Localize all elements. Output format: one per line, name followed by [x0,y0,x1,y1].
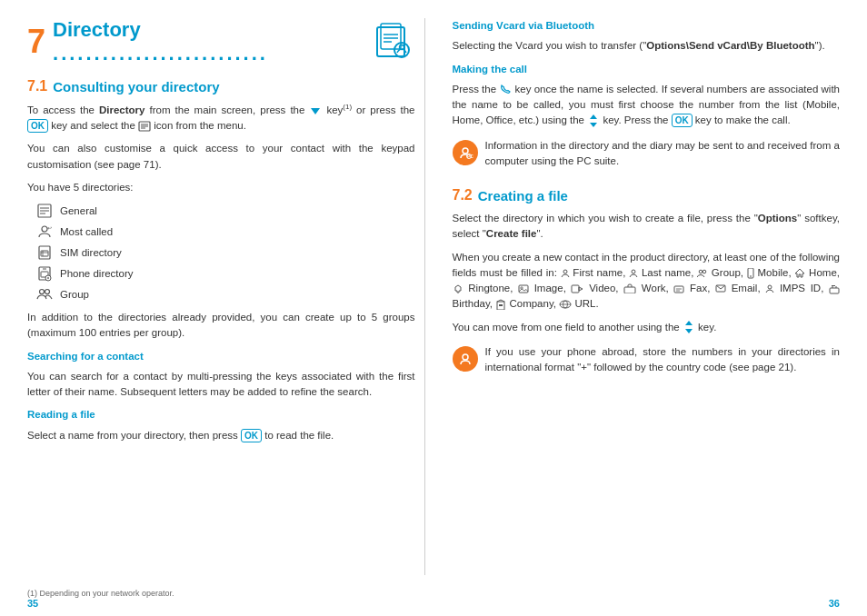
svg-marker-30 [590,123,597,127]
section-1-number: 7.1 [27,78,47,94]
fax-icon [673,284,684,293]
svg-point-27 [40,290,45,294]
svg-point-34 [563,270,567,273]
svg-rect-19 [41,251,48,256]
search-title: Searching for a contact [27,349,415,364]
svg-rect-45 [624,287,635,293]
imps-icon [765,284,774,293]
svg-marker-63 [685,329,693,333]
svg-point-37 [703,270,706,273]
general-icon [36,203,53,219]
section-1-title: Consulting your directory [53,79,219,94]
svg-marker-7 [311,108,320,114]
svg-marker-62 [685,321,693,325]
list-item-label: Phone directory [60,266,134,281]
intro-p2: You can also customise a quick access to… [27,141,415,173]
phone-dir-icon [36,265,53,282]
svg-rect-46 [674,286,683,293]
section-7-1-header: 7.1 Consulting your directory [27,78,415,94]
url-icon [559,300,572,309]
ringtone-icon [453,283,463,294]
svg-point-36 [699,270,703,273]
chapter-number: 7 [27,25,45,58]
company-icon [495,299,506,310]
section-7-2-header: 7.2 Creating a file [453,187,841,204]
svg-marker-40 [795,269,804,277]
info-icon-1: PC [453,140,478,165]
page-footer: (1) Depending on your network operator. … [0,584,867,616]
person-icon [561,269,570,278]
menu-icon [138,120,151,133]
svg-text:PC: PC [467,154,473,159]
addition-text: In addition to the directories already p… [27,310,415,342]
info-icon-2 [453,346,478,372]
footnote: (1) Depending on your network operator. [27,589,174,598]
mobile-icon [747,268,754,279]
page-num-left: 35 [27,598,38,609]
reading-title: Reading a file [27,407,415,422]
svg-point-50 [768,285,772,289]
call-title: Making the call [453,62,841,77]
svg-marker-29 [590,114,597,119]
nav-key-icon [587,114,600,128]
chapter-title-text: Directory [53,18,141,41]
right-column: Sending Vcard via Bluetooth Selecting th… [443,18,841,575]
chapter-title: Directory .......................... [53,18,364,65]
nav-key-icon2 [683,320,695,334]
svg-rect-41 [519,285,528,293]
call-text: Press the key once the name is selected.… [453,82,841,129]
person-icon2 [629,269,638,278]
directories-label: You have 5 directories: [27,180,415,195]
directory-icon [372,20,415,64]
svg-marker-44 [579,287,583,291]
list-item-label: Group [60,287,89,302]
work-icon [623,283,636,293]
section-2-title: Creating a file [478,188,568,204]
svg-text:↩: ↩ [47,225,52,231]
left-column: 7 Directory .......................... 7… [27,18,425,575]
bluetooth-text: Selecting the Vcard you wish to transfer… [453,38,841,54]
svg-rect-43 [572,285,579,293]
create-text-1: Select the directory in which you wish t… [453,211,841,243]
most-called-icon: ↩ [36,224,53,240]
svg-rect-56 [501,304,503,306]
page-numbers: 35 36 [27,598,840,609]
list-item-label: SIM directory [60,245,122,260]
reading-text: Select a name from your directory, then … [27,428,415,443]
image-icon [518,284,529,293]
search-text: You can search for a contact by multi-pr… [27,369,415,401]
page-num-right: 36 [829,598,840,609]
svg-rect-55 [499,304,501,306]
home-icon [794,268,805,278]
intro-p1: To access the Directory from the main sc… [27,102,415,134]
info-text-1: Information in the directory and the dia… [485,138,841,170]
svg-point-64 [463,354,468,360]
call-key-icon [499,84,512,96]
list-item: Phone directory [36,265,415,282]
bluetooth-title: Sending Vcard via Bluetooth [453,18,841,34]
chapter-dots: .......................... [53,42,268,65]
list-item: SIM directory [36,244,415,261]
chapter-header: 7 Directory .......................... [27,18,415,65]
group-icon [36,286,53,303]
svg-point-35 [632,270,635,273]
video-icon [571,284,583,293]
sim-icon [36,244,53,261]
down-arrow-key-icon [309,104,322,117]
list-item: Group [36,286,415,303]
list-item: General [36,203,415,219]
create-text-3: You can move from one field to another u… [453,320,841,335]
email-icon [715,284,726,293]
birthday-icon [829,283,840,294]
svg-point-28 [45,290,50,294]
list-item: ↩ Most called [36,224,415,240]
info-text-2: If you use your phone abroad, store the … [485,344,841,376]
create-text-2: When you create a new contact in the pro… [453,250,841,313]
info-box-2: If you use your phone abroad, store the … [453,344,841,383]
group-icon2 [697,269,708,278]
svg-rect-51 [830,288,839,293]
directories-list: General ↩ Most called [36,203,415,303]
list-item-label: General [60,204,97,218]
info-box-1: PC Information in the directory and the … [453,138,841,177]
section-2-number: 7.2 [453,187,473,204]
